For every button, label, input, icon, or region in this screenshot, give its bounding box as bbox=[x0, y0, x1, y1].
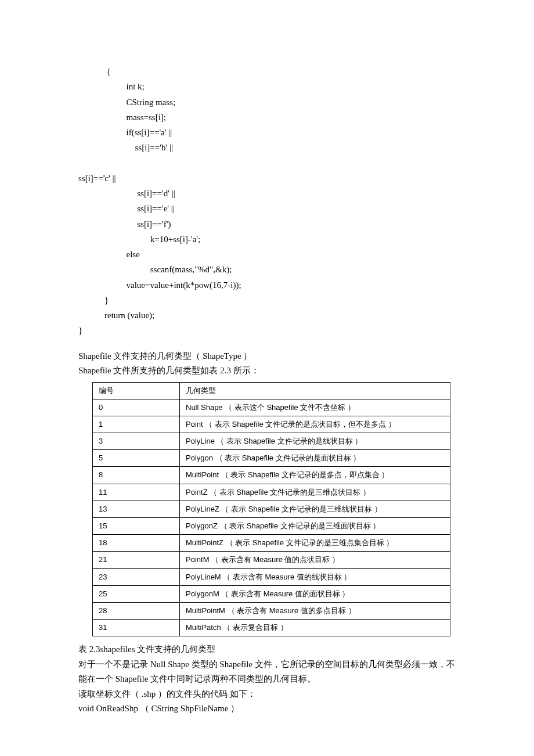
table-cell-id: 31 bbox=[93, 620, 180, 636]
table-cell-desc: Polygon （ 表示 Shapefile 文件记录的是面状目标 ） bbox=[180, 450, 450, 467]
table-cell-id: 8 bbox=[93, 467, 180, 484]
table-row: 23PolyLineM （ 表示含有 Measure 值的线状目标 ） bbox=[93, 568, 450, 585]
table-row: 11PointZ （ 表示 Shapefile 文件记录的是三维点状目标 ） bbox=[93, 484, 450, 501]
table-row: 28MultiPointM （ 表示含有 Measure 值的多点目标 ） bbox=[93, 602, 450, 619]
table-cell-desc: PolyLineM （ 表示含有 Measure 值的线状目标 ） bbox=[180, 568, 450, 585]
table-header-row: 编号 几何类型 bbox=[93, 382, 450, 399]
paragraph-shapetype-intro: Shapefile 文件支持的几何类型（ ShapeType ） bbox=[78, 349, 459, 364]
table-cell-id: 21 bbox=[93, 552, 180, 568]
table-header-desc: 几何类型 bbox=[180, 382, 450, 399]
table-cell-desc: PolygonZ （ 表示 Shapefile 文件记录的是三维面状目标 ） bbox=[180, 518, 450, 535]
table-cell-id: 1 bbox=[93, 416, 180, 433]
table-cell-desc: MultiPoint （ 表示 Shapefile 文件记录的是多点，即点集合 … bbox=[180, 467, 450, 484]
table-cell-desc: MultiPointZ （ 表示 Shapefile 文件记录的是三维点集合目标… bbox=[180, 535, 450, 552]
table-row: 5Polygon （ 表示 Shapefile 文件记录的是面状目标 ） bbox=[93, 450, 450, 467]
table-row: 0Null Shape （ 表示这个 Shapefile 文件不含坐标 ） bbox=[93, 399, 450, 416]
table-cell-id: 25 bbox=[93, 585, 180, 602]
table-cell-id: 23 bbox=[93, 568, 180, 585]
table-cell-desc: PolygonM （ 表示含有 Measure 值的面状目标 ） bbox=[180, 585, 450, 602]
table-cell-id: 13 bbox=[93, 501, 180, 517]
table-row: 25PolygonM （ 表示含有 Measure 值的面状目标 ） bbox=[93, 585, 450, 602]
table-cell-desc: MultiPointM （ 表示含有 Measure 值的多点目标 ） bbox=[180, 602, 450, 619]
table-header-id: 编号 bbox=[93, 382, 180, 399]
table-row: 13PolyLineZ （ 表示 Shapefile 文件记录的是三维线状目标 … bbox=[93, 501, 450, 517]
table-cell-desc: MultiPatch （ 表示复合目标 ） bbox=[180, 620, 450, 636]
table-cell-desc: Null Shape （ 表示这个 Shapefile 文件不含坐标 ） bbox=[180, 399, 450, 416]
paragraph-constraint: 对于一个不是记录 Null Shape 类型的 Shapefile 文件，它所记… bbox=[78, 657, 459, 687]
table-row: 15PolygonZ （ 表示 Shapefile 文件记录的是三维面状目标 ） bbox=[93, 518, 450, 535]
table-row: 8MultiPoint （ 表示 Shapefile 文件记录的是多点，即点集合… bbox=[93, 467, 450, 484]
table-cell-id: 0 bbox=[93, 399, 180, 416]
table-cell-desc: PolyLineZ （ 表示 Shapefile 文件记录的是三维线状目标 ） bbox=[180, 501, 450, 517]
table-cell-desc: Point （ 表示 Shapefile 文件记录的是点状目标，但不是多点 ） bbox=[180, 416, 450, 433]
table-row: 18MultiPointZ （ 表示 Shapefile 文件记录的是三维点集合… bbox=[93, 535, 450, 552]
table-row: 21PointM （ 表示含有 Measure 值的点状目标 ） bbox=[93, 552, 450, 568]
document-page: { int k; CString mass; mass=ss[i]; if(ss… bbox=[0, 0, 534, 756]
code-snippet: { int k; CString mass; mass=ss[i]; if(ss… bbox=[78, 64, 459, 339]
table-cell-id: 18 bbox=[93, 535, 180, 552]
table-row: 3PolyLine （ 表示 Shapefile 文件记录的是线状目标 ） bbox=[93, 433, 450, 450]
table-cell-id: 28 bbox=[93, 602, 180, 619]
table-row: 1Point （ 表示 Shapefile 文件记录的是点状目标，但不是多点 ） bbox=[93, 416, 450, 433]
table-caption: 表 2.3shapefiles 文件支持的几何类型 bbox=[78, 642, 459, 657]
shapetype-table: 编号 几何类型 0Null Shape （ 表示这个 Shapefile 文件不… bbox=[92, 382, 450, 637]
table-cell-id: 11 bbox=[93, 484, 180, 501]
table-cell-id: 5 bbox=[93, 450, 180, 467]
table-body: 0Null Shape （ 表示这个 Shapefile 文件不含坐标 ）1Po… bbox=[93, 399, 450, 636]
table-cell-id: 3 bbox=[93, 433, 180, 450]
table-cell-desc: PointM （ 表示含有 Measure 值的点状目标 ） bbox=[180, 552, 450, 568]
paragraph-function-signature: void OnReadShp （ CString ShpFileName ） bbox=[78, 701, 459, 717]
paragraph-code-intro: 读取坐标文件（ .shp ）的文件头的代码 如下： bbox=[78, 687, 459, 702]
table-cell-id: 15 bbox=[93, 518, 180, 535]
table-row: 31MultiPatch （ 表示复合目标 ） bbox=[93, 620, 450, 636]
table-cell-desc: PointZ （ 表示 Shapefile 文件记录的是三维点状目标 ） bbox=[180, 484, 450, 501]
paragraph-table-intro: Shapefile 文件所支持的几何类型如表 2.3 所示： bbox=[78, 363, 459, 379]
table-cell-desc: PolyLine （ 表示 Shapefile 文件记录的是线状目标 ） bbox=[180, 433, 450, 450]
